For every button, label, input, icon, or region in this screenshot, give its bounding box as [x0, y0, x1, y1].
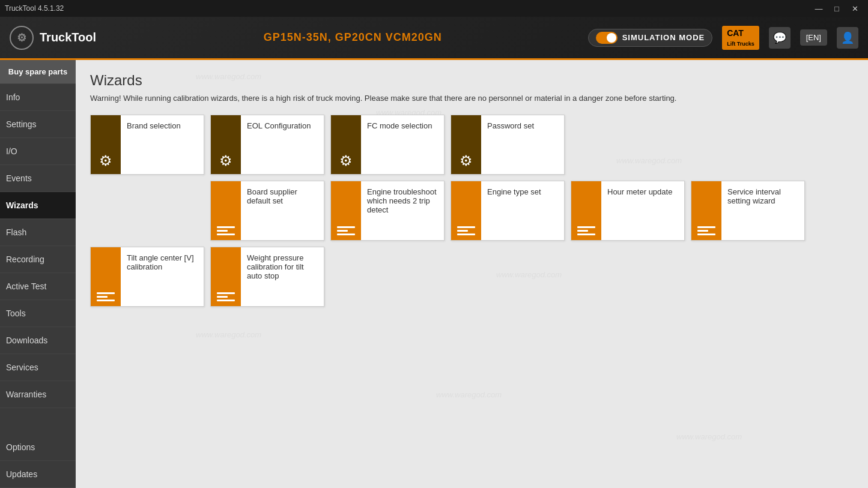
wizard-icon-service-interval: [691, 181, 721, 240]
line-1: [337, 226, 355, 228]
gear-icon: ⚙: [219, 152, 232, 169]
sidebar-item-events[interactable]: Events: [0, 165, 76, 192]
lines-icon: [337, 226, 355, 235]
lines-icon: [217, 226, 235, 235]
line-2: [337, 230, 348, 232]
sidebar-item-options[interactable]: Options: [0, 434, 76, 461]
wizard-icon-engine-troubleshoot: [331, 181, 361, 240]
wizard-label-engine-troubleshoot: Engine troubleshoot which needs 2 trip d…: [361, 181, 444, 240]
lines-icon: [577, 226, 595, 235]
main-layout: Buy spare parts Info Settings I/O Events…: [0, 60, 868, 488]
line-1: [217, 226, 235, 228]
wizard-icon-password-set: ⚙: [451, 115, 481, 174]
wizard-card-fc-mode-selection[interactable]: ⚙ FC mode selection: [330, 115, 445, 175]
sim-mode-label: SIMULATION MODE: [622, 33, 705, 42]
line-3: [577, 233, 595, 235]
header-center: GP15N-35N, GP20CN VCM20GN: [130, 31, 576, 44]
wizard-icon-eol-configuration: ⚙: [211, 115, 241, 174]
sidebar-item-info[interactable]: Info: [0, 84, 76, 111]
line-1: [217, 292, 235, 294]
wizard-label-password-set: Password set: [481, 115, 564, 174]
gear-icon: ⚙: [99, 152, 112, 169]
app-title-label: TruckTool 4.5.1.32: [5, 4, 64, 13]
content-area: www.waregod.com www.waregod.com www.ware…: [76, 60, 868, 488]
wizard-label-tilt-angle-center: Tilt angle center [V] calibration: [121, 247, 204, 306]
lines-icon: [97, 292, 115, 301]
wizard-label-brand-selection: Brand selection: [121, 115, 204, 174]
content-inner: Wizards Warning! While running calibrati…: [90, 72, 854, 307]
sidebar-item-io[interactable]: I/O: [0, 138, 76, 165]
title-bar-controls: — □ ✕: [810, 2, 863, 14]
page-title: Wizards: [90, 72, 854, 89]
wizard-card-tilt-angle-center[interactable]: Tilt angle center [V] calibration: [90, 247, 204, 307]
wizard-label-fc-mode-selection: FC mode selection: [361, 115, 444, 174]
sidebar-item-downloads[interactable]: Downloads: [0, 327, 76, 354]
header: ⚙ TruckTool GP15N-35N, GP20CN VCM20GN SI…: [0, 17, 868, 60]
sidebar-item-activetest[interactable]: Active Test: [0, 273, 76, 300]
wizard-label-eol-configuration: EOL Configuration: [241, 115, 324, 174]
close-button[interactable]: ✕: [846, 2, 863, 14]
wizard-label-engine-type-set: Engine type set: [481, 181, 564, 240]
language-button[interactable]: [EN]: [800, 29, 827, 46]
line-3: [697, 233, 715, 235]
wizard-card-brand-selection[interactable]: ⚙ Brand selection: [90, 115, 204, 175]
gear-icon: ⚙: [339, 152, 353, 169]
sidebar-item-flash[interactable]: Flash: [0, 219, 76, 246]
wizard-label-board-supplier: Board supplier default set: [241, 181, 324, 240]
wizard-label-weight-pressure: Weight pressure calibration for tilt aut…: [241, 247, 324, 306]
wizard-card-weight-pressure-calibration[interactable]: Weight pressure calibration for tilt aut…: [210, 247, 324, 307]
wizard-card-engine-type-set[interactable]: Engine type set: [451, 181, 565, 241]
toggle-switch[interactable]: [596, 32, 618, 44]
line-2: [217, 296, 228, 298]
wizard-label-hour-meter-update: Hour meter update: [601, 181, 684, 240]
simulation-toggle[interactable]: SIMULATION MODE: [588, 29, 713, 47]
wizard-label-service-interval: Service interval setting wizard: [721, 181, 804, 240]
wizard-card-service-interval-setting[interactable]: Service interval setting wizard: [691, 181, 805, 241]
line-2: [577, 230, 588, 232]
line-1: [457, 226, 475, 228]
wizard-icon-fc-mode-selection: ⚙: [331, 115, 361, 174]
wizard-icon-engine-type-set: [451, 181, 481, 240]
logo-icon: ⚙: [10, 26, 34, 50]
sidebar-item-settings[interactable]: Settings: [0, 111, 76, 138]
wizard-icon-brand-selection: ⚙: [91, 115, 121, 174]
app-name-label: TruckTool: [40, 31, 96, 44]
chat-button[interactable]: 💬: [769, 27, 791, 49]
line-2: [697, 230, 708, 232]
gear-icon: ⚙: [460, 152, 473, 169]
lines-icon: [457, 226, 475, 235]
line-1: [577, 226, 595, 228]
sidebar-item-tools[interactable]: Tools: [0, 300, 76, 327]
maximize-button[interactable]: □: [828, 2, 845, 14]
line-2: [457, 230, 468, 232]
buy-spare-parts-button[interactable]: Buy spare parts: [0, 60, 76, 84]
lines-icon: [217, 292, 235, 301]
line-2: [97, 296, 108, 298]
warning-text: Warning! While running calibration wizar…: [90, 94, 854, 103]
sidebar-item-recording[interactable]: Recording: [0, 246, 76, 273]
sidebar-item-warranties[interactable]: Warranties: [0, 381, 76, 408]
user-button[interactable]: 👤: [837, 27, 858, 49]
title-bar: TruckTool 4.5.1.32 — □ ✕: [0, 0, 868, 17]
line-3: [337, 233, 355, 235]
lines-icon: [697, 226, 715, 235]
wizard-card-eol-configuration[interactable]: ⚙ EOL Configuration: [210, 115, 324, 175]
wizard-card-board-supplier-default-set[interactable]: Board supplier default set: [210, 181, 324, 241]
line-3: [457, 233, 475, 235]
minimize-button[interactable]: —: [810, 2, 827, 14]
wizard-icon-board-supplier: [211, 181, 241, 240]
app-logo: ⚙ TruckTool: [10, 26, 118, 50]
wizard-card-password-set[interactable]: ⚙ Password set: [451, 115, 565, 175]
line-1: [697, 226, 715, 228]
cat-logo: CATLift Trucks: [722, 26, 759, 50]
wizard-icon-weight-pressure: [211, 247, 241, 306]
line-3: [217, 300, 235, 301]
sidebar-item-updates[interactable]: Updates: [0, 461, 76, 488]
sidebar: Buy spare parts Info Settings I/O Events…: [0, 60, 76, 488]
sidebar-item-wizards[interactable]: Wizards: [0, 192, 76, 219]
sidebar-item-services[interactable]: Services: [0, 354, 76, 381]
wizard-card-hour-meter-update[interactable]: Hour meter update: [571, 181, 685, 241]
title-bar-left: TruckTool 4.5.1.32: [5, 4, 64, 13]
line-3: [217, 233, 235, 235]
wizard-card-engine-troubleshoot[interactable]: Engine troubleshoot which needs 2 trip d…: [330, 181, 445, 241]
